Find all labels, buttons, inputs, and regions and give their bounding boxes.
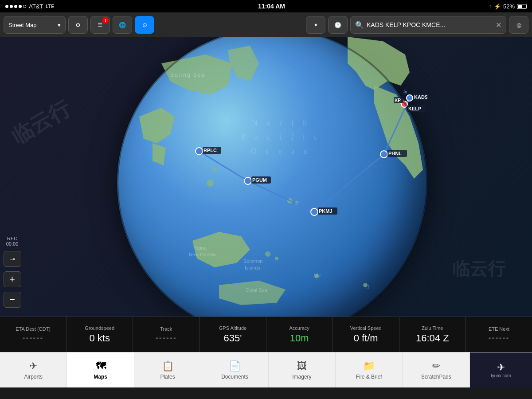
zoom-out-button[interactable]: − [4, 292, 21, 308]
documents-label: Documents [221, 374, 248, 380]
gps-icon: ◎ [516, 22, 521, 28]
data-cell-accuracy: Accuracy 10m [266, 317, 333, 352]
menu-button[interactable]: ☰ ! [90, 16, 110, 34]
dot-5 [23, 5, 26, 8]
dot-2 [10, 5, 13, 8]
globe-button[interactable]: 🌐 [113, 16, 132, 34]
nav-maps[interactable]: 🗺 Maps [67, 352, 134, 387]
svg-text:KADS: KADS [414, 94, 427, 100]
map-select-button[interactable]: Street Map ▾ [4, 16, 66, 34]
map-area[interactable]: KADS KELP KP PHNL PKMJ PGUM RPLC [0, 37, 532, 317]
ete-label: ETE Next [489, 326, 509, 332]
airports-label: Airports [24, 374, 43, 380]
svg-point-13 [244, 177, 251, 184]
zulu-value: 16:04 Z [416, 332, 449, 344]
route-button[interactable]: ⊸ [4, 251, 21, 267]
zulu-label: Zulu Time [422, 325, 443, 331]
ete-value: ------ [488, 333, 509, 343]
globe-svg: KADS KELP KP PHNL PKMJ PGUM RPLC [117, 37, 427, 317]
acc-value: 10m [290, 332, 309, 344]
status-right: ↑ ⚡ 52% [489, 3, 527, 10]
nav-imagery[interactable]: 🖼 Imagery [269, 352, 336, 387]
svg-text:Papua: Papua [192, 245, 207, 250]
nav-scratchpads[interactable]: ✏ ScratchPads [403, 352, 470, 387]
brand-logo: ✈ lyunx.com [470, 352, 532, 387]
watermark-2: 临云行 [452, 257, 505, 281]
svg-text:Solomon: Solomon [243, 258, 262, 264]
dot-3 [14, 5, 17, 8]
map-select-label: Street Map [8, 22, 37, 28]
battery-icon [517, 4, 527, 9]
nav-airports[interactable]: ✈ Airports [0, 352, 67, 387]
vs-value: 0 ft/m [354, 332, 378, 344]
status-left: AT&T LTE [5, 3, 55, 10]
plates-icon: 📋 [162, 360, 174, 372]
acc-label: Accuracy [289, 325, 309, 331]
star-icon: ✦ [313, 22, 318, 28]
gs-label: Groundspeed [85, 325, 114, 331]
data-cell-vspeed: Vertical Speed 0 ft/m [333, 317, 399, 352]
dot-4 [19, 5, 22, 8]
svg-text:P a c i f i c: P a c i f i c [241, 133, 321, 141]
history-button[interactable]: 🕐 [328, 16, 348, 34]
maps-label: Maps [94, 374, 107, 380]
location-icon: ↑ [489, 3, 492, 10]
notification-badge: ! [102, 17, 109, 23]
dot-1 [5, 5, 8, 8]
settings-button[interactable]: ⚙ [68, 16, 88, 34]
svg-text:PGUM: PGUM [252, 177, 267, 183]
svg-text:PKMJ: PKMJ [319, 208, 332, 214]
zoom-in-button[interactable]: + [4, 271, 21, 287]
data-bar: ETA Dest (CDT) ------ Groundspeed 0 kts … [0, 317, 532, 352]
rec-label: REC 00:00 [6, 236, 19, 246]
plates-label: Plates [160, 374, 175, 380]
search-input[interactable] [367, 21, 493, 28]
battery-label: 52% [503, 3, 515, 10]
svg-point-4 [265, 251, 270, 257]
airports-icon: ✈ [29, 360, 37, 372]
svg-text:FJ: FJ [364, 285, 369, 289]
svg-text:PHNL: PHNL [388, 151, 402, 156]
eta-label: ETA Dest (CDT) [16, 326, 51, 332]
chevron-down-icon: ▾ [58, 22, 61, 28]
search-clear-button[interactable]: ✕ [496, 21, 501, 29]
bluetooth-icon: ⚡ [494, 3, 501, 10]
layers-icon: ⊙ [142, 22, 147, 28]
rec-time: 00:00 [6, 241, 19, 246]
imagery-label: Imagery [292, 374, 311, 380]
svg-text:VU: VU [314, 273, 321, 278]
svg-text:KP: KP [395, 98, 401, 103]
svg-point-5 [275, 257, 278, 260]
layers-button[interactable]: ⊙ [135, 16, 154, 34]
data-cell-zulu: Zulu Time 16:04 Z [399, 317, 466, 352]
globe-container: KADS KELP KP PHNL PKMJ PGUM RPLC [117, 37, 427, 317]
status-bar: AT&T LTE 11:04 AM ↑ ⚡ 52% [0, 0, 532, 12]
svg-point-12 [311, 208, 318, 215]
svg-point-8 [407, 95, 413, 101]
filebrief-label: File & Brief [356, 374, 382, 380]
documents-icon: 📄 [229, 360, 241, 372]
search-icon: 🔍 [355, 21, 364, 29]
menu-icon: ☰ [98, 22, 103, 28]
globe-icon: 🌐 [119, 22, 126, 28]
data-cell-groundspeed: Groundspeed 0 kts [66, 317, 133, 352]
nav-documents[interactable]: 📄 Documents [201, 352, 268, 387]
nav-plates[interactable]: 📋 Plates [134, 352, 201, 387]
location-button[interactable]: ◎ [509, 16, 528, 34]
favorites-button[interactable]: ✦ [306, 16, 325, 34]
svg-text:Coral Sea: Coral Sea [246, 287, 268, 293]
svg-text:N o r t h: N o r t h [252, 118, 310, 127]
status-time: 11:04 AM [258, 3, 285, 10]
track-label: Track [160, 326, 172, 332]
nav-filebrief[interactable]: 📁 File & Brief [336, 352, 403, 387]
alt-label: GPS Altitude [219, 325, 246, 331]
alt-value: 635' [223, 332, 242, 344]
data-cell-ete: ETE Next ------ [466, 317, 532, 352]
data-cell-track: Track ------ [133, 317, 200, 352]
gs-value: 0 kts [89, 332, 110, 344]
globe: KADS KELP KP PHNL PKMJ PGUM RPLC [117, 37, 427, 317]
left-panel: REC 00:00 ⊸ + − [0, 37, 24, 317]
toolbar: Street Map ▾ ⚙ ☰ ! 🌐 ⊙ ✦ 🕐 🔍 ✕ ◎ [0, 12, 532, 37]
maps-icon: 🗺 [96, 360, 106, 372]
brand-plane-icon: ✈ [497, 362, 505, 373]
